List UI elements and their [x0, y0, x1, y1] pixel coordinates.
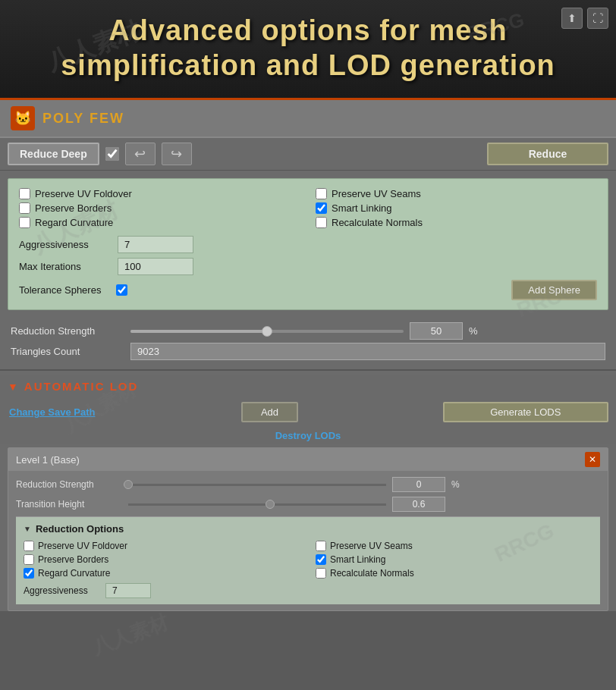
regard-curvature-checkbox[interactable] [19, 217, 30, 228]
reduction-strength-input[interactable] [410, 322, 463, 340]
options-grid: Preserve UV Foldover Preserve UV Seams P… [19, 188, 597, 228]
reduction-options-grid: Preserve UV Foldover Preserve UV Seams P… [24, 541, 592, 579]
expand-button[interactable]: ⛶ [587, 8, 608, 29]
destroy-lods-button[interactable]: Destroy LODs [275, 430, 341, 441]
toolbar-row: Reduce Deep ↩ ↪ Reduce [0, 138, 616, 171]
option-smart-linking: Smart Linking [316, 202, 597, 214]
r-preserve-uv-seams-checkbox[interactable] [316, 541, 326, 551]
reduction-options-header: ▼ Reduction Options [24, 523, 592, 535]
preserve-uv-seams-checkbox[interactable] [316, 188, 327, 199]
option-preserve-borders: Preserve Borders [19, 202, 300, 214]
change-save-path-button[interactable]: Change Save Path [8, 403, 96, 421]
polyfew-bar: 🐱 POLY FEW [0, 100, 616, 138]
r-preserve-uv-foldover-checkbox[interactable] [24, 541, 34, 551]
reduction-strength-row: Reduction Strength % [11, 322, 605, 340]
tolerance-spheres-checkbox[interactable] [116, 284, 127, 296]
preserve-uv-foldover-checkbox[interactable] [19, 188, 30, 199]
option-preserve-uv-foldover: Preserve UV Foldover [19, 188, 300, 199]
agg-row: Aggressiveness [24, 583, 592, 598]
preserve-borders-checkbox[interactable] [19, 202, 30, 214]
reduction-options-triangle: ▼ [24, 525, 31, 533]
polyfew-icon: 🐱 [11, 106, 35, 130]
smart-linking-checkbox[interactable] [316, 202, 327, 214]
lod-aggressiveness-input[interactable] [105, 583, 151, 598]
lod-card-body: Reduction Strength % Transition Height [8, 471, 608, 610]
lod-transition-height-track[interactable] [128, 503, 386, 506]
r-option-preserve-uv-seams: Preserve UV Seams [316, 541, 592, 551]
reduce-deep-button[interactable]: Reduce Deep [8, 143, 99, 165]
reduction-options-panel: ▼ Reduction Options Preserve UV Foldover… [16, 516, 600, 604]
lod-reduction-strength-input[interactable] [392, 477, 445, 492]
divider [0, 369, 616, 371]
max-iterations-row: Max Iterations [19, 258, 597, 275]
max-iterations-input[interactable] [118, 258, 193, 275]
header-banner: ⬆ ⛶ Advanced options for mesh simplifica… [0, 0, 616, 100]
tolerance-spheres-row: Tolerance Spheres Add Sphere [19, 280, 597, 300]
r-option-smart-linking: Smart Linking [316, 554, 592, 565]
aggressiveness-input[interactable] [118, 236, 193, 253]
redo-button[interactable]: ↪ [162, 143, 192, 165]
r-recalculate-normals-checkbox[interactable] [316, 568, 326, 579]
option-regard-curvature: Regard Curvature [19, 217, 300, 228]
lod-card-1: Level 1 (Base) ✕ Reduction Strength % Tr… [8, 447, 608, 611]
auto-lod-header: ▼ AUTOMATIC LOD [0, 375, 616, 397]
add-lod-button[interactable]: Add [241, 402, 298, 422]
r-option-regard-curvature: Regard Curvature [24, 568, 300, 579]
recalculate-normals-checkbox[interactable] [316, 217, 327, 228]
options-panel: Preserve UV Foldover Preserve UV Seams P… [8, 178, 608, 310]
lod-toolbar: Change Save Path Add Generate LODS [0, 397, 616, 427]
lod-reduction-strength-row: Reduction Strength % [16, 477, 600, 492]
r-option-recalculate-normals: Recalculate Normals [316, 568, 592, 579]
reduction-section: Reduction Strength % Triangles Count [8, 318, 608, 365]
header-title: Advanced options for mesh simplification… [8, 14, 608, 83]
lod-transition-height-input[interactable] [392, 497, 445, 512]
reduce-button[interactable]: Reduce [487, 143, 608, 165]
header-icons: ⬆ ⛶ [561, 8, 608, 29]
auto-lod-title: AUTOMATIC LOD [24, 380, 138, 393]
destroy-lods-row: Destroy LODs [0, 427, 616, 444]
r-smart-linking-checkbox[interactable] [316, 554, 326, 565]
add-sphere-button[interactable]: Add Sphere [511, 280, 597, 300]
generate-lods-button[interactable]: Generate LODS [443, 402, 608, 422]
triangles-count-input[interactable] [130, 343, 605, 360]
r-option-preserve-borders: Preserve Borders [24, 554, 300, 565]
reduce-deep-checkbox[interactable] [105, 147, 119, 161]
aggressiveness-row: Aggressiveness [19, 236, 597, 253]
reduction-strength-track[interactable] [130, 330, 404, 333]
r-option-preserve-uv-foldover: Preserve UV Foldover [24, 541, 300, 551]
option-preserve-uv-seams: Preserve UV Seams [316, 188, 597, 199]
triangles-count-row: Triangles Count [11, 343, 605, 360]
share-button[interactable]: ⬆ [561, 8, 583, 29]
triangle-icon: ▼ [8, 381, 18, 393]
lod-close-button[interactable]: ✕ [585, 452, 600, 467]
main-content: 🐱 POLY FEW Reduce Deep ↩ ↪ Reduce Preser… [0, 100, 616, 611]
lod-transition-height-row: Transition Height [16, 497, 600, 512]
r-preserve-borders-checkbox[interactable] [24, 554, 34, 565]
reduction-options-title: Reduction Options [36, 523, 124, 535]
lod-card-header: Level 1 (Base) ✕ [8, 448, 608, 471]
r-regard-curvature-checkbox[interactable] [24, 568, 34, 579]
option-recalculate-normals: Recalculate Normals [316, 217, 597, 228]
polyfew-title: POLY FEW [42, 111, 124, 127]
lod-card-title: Level 1 (Base) [16, 454, 80, 466]
undo-button[interactable]: ↩ [125, 143, 156, 165]
lod-reduction-strength-track[interactable] [128, 484, 386, 486]
